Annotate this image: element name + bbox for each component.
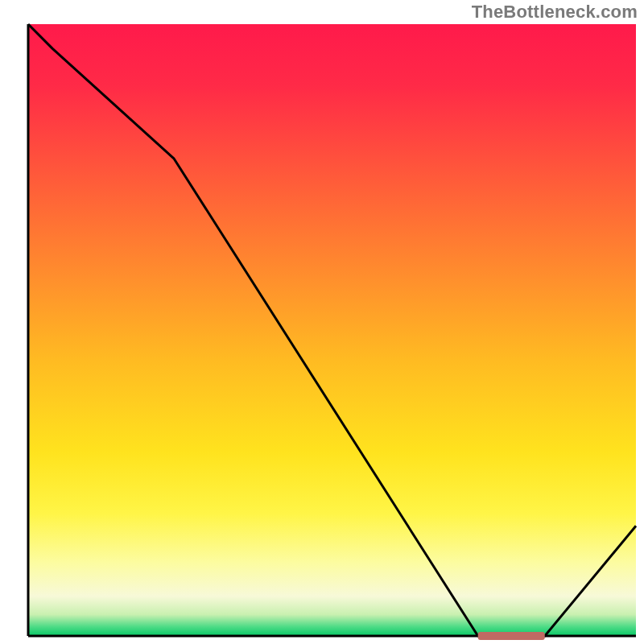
bottleneck-chart (0, 0, 644, 644)
optimal-range-marker (478, 632, 545, 640)
plot-background (28, 24, 636, 636)
